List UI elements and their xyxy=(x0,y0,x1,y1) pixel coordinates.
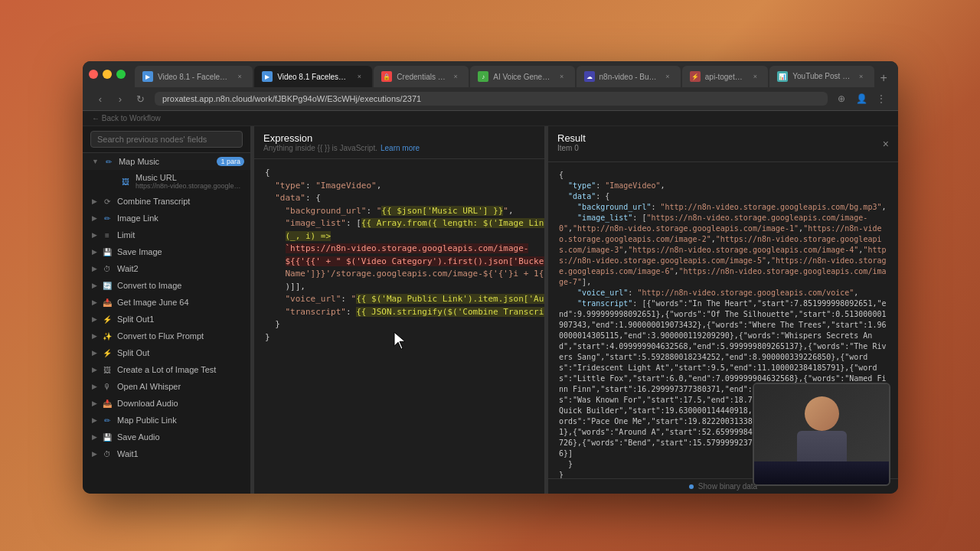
tab-close-7[interactable]: × xyxy=(856,71,867,82)
expression-panel-title: Expression xyxy=(263,132,420,144)
sidebar-item-download-audio[interactable]: ▶ 📥 Download Audio xyxy=(83,395,250,412)
sidebar-item-get-image[interactable]: ▶ 📥 Get Image June 64 xyxy=(83,294,250,311)
extensions-button[interactable]: ⊕ xyxy=(834,91,849,106)
result-close-button[interactable]: × xyxy=(883,138,889,150)
tab-close-4[interactable]: × xyxy=(557,71,567,82)
minimize-traffic-light[interactable] xyxy=(103,70,112,79)
code-line-6: (_, i) => xyxy=(265,230,534,243)
item-label-save-image: Save Image xyxy=(117,247,162,256)
sidebar-item-flux-prompt[interactable]: ▶ ✨ Convert to Flux Prompt xyxy=(83,328,250,344)
tab-close-5[interactable]: × xyxy=(662,71,673,82)
sidebar-item-combine-transcript[interactable]: ▶ ⟳ Combine Transcript xyxy=(83,193,250,210)
tab-label-2: Video 8.1 Faceless Video xyxy=(277,73,349,81)
tab-bar: ▶ Video 8.1 - Faceless video ... × ▶ Vid… xyxy=(83,61,898,87)
node-icon-download: 📥 xyxy=(102,398,113,409)
result-panel-title: Result xyxy=(557,132,586,144)
tab-3[interactable]: 🔒 Credentials - n8n × xyxy=(374,66,469,87)
item-label-split-out: Split Out xyxy=(117,348,149,357)
item-label-flux-prompt: Convert to Flux Prompt xyxy=(117,331,204,341)
tab-close-2[interactable]: × xyxy=(354,71,364,82)
menu-button[interactable]: ⋮ xyxy=(874,91,889,106)
maximize-traffic-light[interactable] xyxy=(116,70,126,79)
chevron-right-icon-split1: ▶ xyxy=(92,315,97,323)
tab-favicon-1: ▶ xyxy=(142,71,153,82)
result-header-content: Result Item 0 xyxy=(557,132,586,155)
nav-buttons: ‹ › ↻ xyxy=(92,90,149,107)
sidebar-item-image-link[interactable]: ▶ ✏ Image Link xyxy=(83,210,250,227)
item-label-combine-transcript: Combine Transcript xyxy=(117,197,190,206)
code-line-5: "image_list": [{{ Array.from({ length: $… xyxy=(265,217,534,230)
back-button[interactable]: ‹ xyxy=(92,90,109,107)
expression-code-area[interactable]: { "type": "ImageVideo", "data": { "backg… xyxy=(254,159,544,494)
profile-button[interactable]: 👤 xyxy=(854,91,869,106)
sidebar-item-limit[interactable]: ▶ ≡ Limit xyxy=(83,227,250,243)
item-label-limit: Limit xyxy=(117,230,135,240)
chevron-right-icon-whisper: ▶ xyxy=(92,383,97,390)
item-label-get-image: Get Image June 64 xyxy=(117,298,189,307)
tab-favicon-7: 📊 xyxy=(777,71,788,82)
learn-more-link[interactable]: Learn more xyxy=(381,144,420,152)
expression-header-content: Expression Anything inside {{ }} is Java… xyxy=(263,132,420,152)
edit-icon-map-link: ✏ xyxy=(102,415,113,425)
code-line-8: ${{'{{' + " $('Video Category').first().… xyxy=(265,256,534,269)
tab-favicon-5: ☁ xyxy=(584,71,595,82)
item-label-wait1: Wait1 xyxy=(117,449,139,458)
sidebar-item-wait2[interactable]: ▶ ⏱ Wait2 xyxy=(83,260,250,277)
edit-icon-image-link: ✏ xyxy=(102,213,113,223)
address-bar: ‹ › ↻ proxatest.app.n8n.cloud/work/fJBKP… xyxy=(83,87,898,111)
tabs-container: ▶ Video 8.1 - Faceless video ... × ▶ Vid… xyxy=(135,61,892,87)
item-url-music-url: https://n8n-video.storage.googleapis.com… xyxy=(136,182,244,190)
sidebar-item-split-out[interactable]: ▶ ⚡ Split Out xyxy=(83,344,250,361)
sidebar-item-music-url[interactable]: ▶ 🖼 Music URL https://n8n-video.storage.… xyxy=(83,170,250,193)
close-traffic-light[interactable] xyxy=(89,70,98,79)
tab-6[interactable]: ⚡ api-together.ai × xyxy=(682,66,768,87)
sidebar-items: ▼ ✏ Map Music 1 para ▶ 🖼 Music URL https… xyxy=(83,153,250,494)
new-tab-button[interactable]: + xyxy=(876,69,892,87)
node-icon-whisper: 🎙 xyxy=(102,381,113,392)
traffic-lights xyxy=(89,70,126,79)
item-label-whisper: Open AI Whisper xyxy=(117,382,181,391)
forward-button[interactable]: › xyxy=(112,90,129,107)
browser-actions: ⊕ 👤 ⋮ xyxy=(834,91,889,106)
tab-close-3[interactable]: × xyxy=(450,71,461,82)
tab-5[interactable]: ☁ n8n-video - Bucket details × xyxy=(577,66,681,87)
sidebar-item-map-public-link[interactable]: ▶ ✏ Map Public Link xyxy=(83,412,250,429)
sidebar-item-convert-to-image[interactable]: ▶ 🔄 Convert to Image xyxy=(83,277,250,294)
search-input[interactable] xyxy=(90,131,243,148)
sidebar-item-save-audio[interactable]: ▶ 💾 Save Audio xyxy=(83,429,250,445)
tab-favicon-2: ▶ xyxy=(262,71,273,82)
tab-1[interactable]: ▶ Video 8.1 - Faceless video ... × xyxy=(135,66,253,87)
sidebar-item-map-music[interactable]: ▼ ✏ Map Music 1 para xyxy=(83,153,250,170)
sidebar-item-create-lot[interactable]: ▶ 🖼 Create a Lot of Image Test xyxy=(83,361,250,378)
node-icon-limit: ≡ xyxy=(102,230,113,240)
result-panel: Result Item 0 × { "type": "ImageVideo", … xyxy=(548,126,898,494)
tab-close-1[interactable]: × xyxy=(234,71,245,82)
node-icon-create: 🖼 xyxy=(102,364,113,375)
person-head xyxy=(805,396,839,431)
node-icon-save-image: 💾 xyxy=(102,246,113,257)
chevron-right-icon-split: ▶ xyxy=(92,349,97,357)
chevron-right-icon-flux: ▶ xyxy=(92,332,97,340)
desktop: ▶ Video 8.1 - Faceless video ... × ▶ Vid… xyxy=(0,0,980,551)
breadcrumb[interactable]: ← Back to Workflow xyxy=(83,111,898,126)
webcam-bottom-bar xyxy=(754,461,889,484)
node-icon-combine: ⟳ xyxy=(102,196,113,207)
tab-close-6[interactable]: × xyxy=(750,71,760,82)
tab-4[interactable]: ♪ AI Voice Generator & Text t... × xyxy=(470,66,574,87)
url-bar[interactable]: proxatest.app.n8n.cloud/work/fJBKPg94oW/… xyxy=(155,92,828,106)
node-icon-convert: 🔄 xyxy=(102,280,113,291)
sidebar-item-split-out1[interactable]: ▶ ⚡ Split Out1 xyxy=(83,311,250,328)
chevron-right-icon-save-audio: ▶ xyxy=(92,433,97,441)
sidebar-item-whisper[interactable]: ▶ 🎙 Open AI Whisper xyxy=(83,378,250,395)
chevron-right-icon-get-image: ▶ xyxy=(92,298,97,306)
tab-favicon-3: 🔒 xyxy=(381,71,392,82)
sidebar-item-wait1[interactable]: ▶ ⏱ Wait1 xyxy=(83,445,250,462)
code-line-11: "voice_url": "{{ $('Map Public Link').it… xyxy=(265,293,534,306)
item-label-split-out1: Split Out1 xyxy=(117,315,154,324)
tab-label-3: Credentials - n8n xyxy=(397,73,446,81)
reload-button[interactable]: ↻ xyxy=(132,90,149,107)
tab-7[interactable]: 📊 YouTube Post - Google 試算... × xyxy=(769,66,874,87)
tab-2[interactable]: ▶ Video 8.1 Faceless Video × xyxy=(254,66,372,87)
sidebar-item-save-image[interactable]: ▶ 💾 Save Image xyxy=(83,243,250,260)
expression-panel-subtitle: Anything inside {{ }} is JavaScript. xyxy=(263,144,377,152)
